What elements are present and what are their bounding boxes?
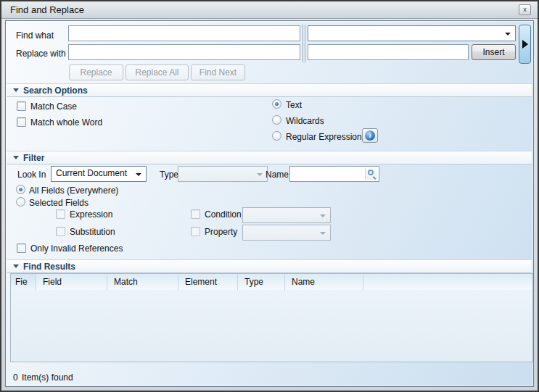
info-icon: i	[365, 130, 375, 141]
find-results-section-header[interactable]: Find Results	[7, 259, 532, 273]
type-label: Type	[160, 170, 178, 180]
search-icon-handle	[373, 176, 377, 180]
column-header-spacer	[363, 274, 532, 290]
selected-fields-label: Selected Fields	[29, 198, 89, 208]
regular-expression-radio-label: Regular Expression	[286, 132, 362, 142]
chevron-down-icon	[505, 33, 511, 36]
only-invalid-references-label: Only Invalid References	[30, 243, 123, 254]
only-invalid-references-checkbox[interactable]	[17, 243, 26, 253]
look-in-combo-value: Current Document	[56, 168, 127, 178]
name-input[interactable]	[289, 166, 379, 182]
title-bar[interactable]: Find and Replace x	[1, 1, 538, 19]
find-next-button[interactable]: Find Next	[191, 64, 245, 80]
name-label: Name	[266, 170, 289, 180]
insert-button[interactable]: Insert	[472, 44, 516, 60]
search-icon	[368, 170, 374, 175]
all-fields-radio[interactable]	[16, 185, 25, 194]
find-what-input[interactable]	[68, 25, 300, 41]
replace-all-button[interactable]: Replace All	[126, 64, 189, 80]
dialog-content: Find what Replace with Insert Replace Re…	[5, 20, 534, 387]
search-options-section-header[interactable]: Search Options	[7, 83, 532, 97]
results-table-header-row: Fie Field Match Element Type Name	[11, 274, 532, 290]
wildcards-radio[interactable]	[272, 115, 281, 125]
chevron-down-icon	[320, 232, 326, 235]
regex-help-button[interactable]: i	[362, 128, 378, 143]
condition-checkbox[interactable]	[191, 209, 200, 219]
close-icon[interactable]: x	[519, 4, 531, 15]
collapse-triangle-icon	[13, 156, 19, 159]
replace-with-label: Replace with	[16, 49, 66, 59]
regular-expression-radio[interactable]	[272, 131, 281, 141]
expression-checkbox[interactable]	[56, 209, 65, 219]
column-header-field[interactable]: Field	[36, 274, 107, 290]
expression-label: Expression	[70, 209, 112, 220]
status-count: 0	[13, 372, 18, 383]
chevron-down-icon	[257, 173, 263, 176]
find-results-table: Fie Field Match Element Type Name	[10, 273, 533, 362]
property-combo[interactable]	[242, 225, 331, 241]
condition-combo[interactable]	[242, 207, 331, 223]
type-combo[interactable]	[178, 166, 268, 182]
column-header-match[interactable]: Match	[107, 274, 178, 290]
match-whole-word-label: Match whole Word	[30, 117, 102, 128]
results-table-body[interactable]	[11, 290, 532, 362]
collapse-triangle-icon	[13, 88, 19, 92]
find-what-label: Find what	[16, 30, 54, 41]
window-title: Find and Replace	[10, 4, 84, 15]
replace-button[interactable]: Replace	[69, 64, 123, 80]
find-expression-combo[interactable]	[308, 25, 516, 41]
substitution-checkbox[interactable]	[56, 227, 65, 236]
property-checkbox[interactable]	[191, 227, 200, 236]
text-radio[interactable]	[272, 99, 281, 109]
column-header-fie[interactable]: Fie	[11, 274, 36, 290]
substitution-label: Substitution	[70, 227, 115, 237]
collapse-triangle-icon	[13, 264, 19, 268]
look-in-combo[interactable]: Current Document	[51, 166, 147, 182]
expand-panel-button[interactable]	[519, 25, 531, 64]
filter-section-header[interactable]: Filter	[7, 151, 532, 164]
search-button[interactable]	[365, 168, 377, 180]
condition-label: Condition	[205, 209, 242, 220]
find-results-title: Find Results	[23, 262, 75, 272]
property-label: Property	[205, 227, 237, 237]
filter-title: Filter	[23, 153, 44, 163]
find-and-replace-dialog: Find and Replace x Find what Replace wit…	[0, 0, 539, 392]
selected-fields-radio[interactable]	[16, 197, 25, 207]
match-whole-word-checkbox[interactable]	[17, 117, 26, 127]
column-header-name[interactable]: Name	[285, 274, 363, 290]
wildcards-radio-label: Wildcards	[286, 116, 324, 126]
text-radio-label: Text	[286, 100, 302, 110]
column-header-element[interactable]: Element	[178, 274, 238, 290]
separator	[303, 25, 305, 62]
match-case-checkbox[interactable]	[17, 101, 26, 111]
arrow-right-icon	[522, 40, 528, 49]
search-options-title: Search Options	[23, 86, 88, 96]
insert-field-input[interactable]	[308, 44, 469, 60]
column-header-type[interactable]: Type	[238, 274, 285, 290]
chevron-down-icon	[320, 214, 326, 217]
status-text: Item(s) found	[22, 372, 73, 383]
look-in-label: Look In	[17, 170, 46, 180]
match-case-label: Match Case	[30, 101, 77, 112]
chevron-down-icon	[136, 173, 141, 176]
all-fields-label: All Fields (Everywhere)	[29, 185, 118, 196]
replace-with-input[interactable]	[68, 44, 300, 60]
